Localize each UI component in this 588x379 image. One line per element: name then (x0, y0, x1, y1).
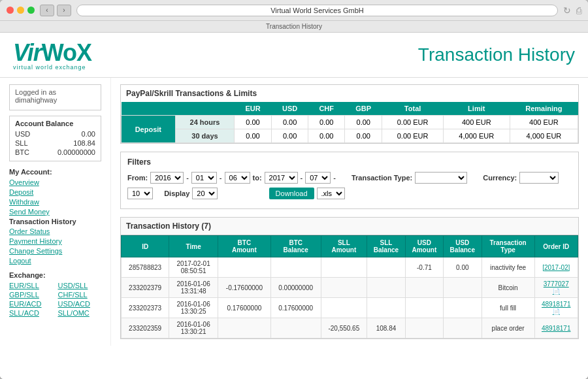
exchange-sll-omc[interactable]: SLL/OMC (58, 309, 102, 317)
th-time: Time (169, 236, 218, 257)
th-chf: CHF (308, 102, 345, 116)
refresh-button[interactable]: ↻ (563, 5, 571, 16)
exchange-usd-sll[interactable]: USD/SLL (58, 282, 102, 289)
currency-select[interactable] (519, 172, 559, 184)
row-btc-amount (218, 318, 270, 338)
exchange-section: Exchange: EUR/SLL USD/SLL GBP/SLL CHF/SL… (9, 271, 101, 317)
history-section: Transaction History (7) ID Time BTCAmoun… (120, 217, 579, 339)
display-select[interactable]: 20 (192, 188, 218, 199)
row-id: 233202379 (122, 278, 169, 298)
page-wrapper: VirWoX virtual world exchange Transactio… (0, 33, 588, 379)
order-link[interactable]: 48918171 (542, 301, 571, 308)
browser-content: VirWoX virtual world exchange Transactio… (0, 33, 588, 379)
sidebar-item-deposit[interactable]: Deposit (9, 188, 101, 196)
order-doc-link[interactable]: 📄 (553, 288, 560, 295)
th-usd: USD (271, 102, 308, 116)
sidebar-item-withdraw[interactable]: Withdraw (9, 198, 101, 206)
th-sll-amount: SLLAmount (321, 236, 367, 257)
order-doc-link[interactable]: 📄 (553, 308, 560, 315)
order-link[interactable]: 48918171 (542, 325, 571, 332)
sidebar-item-order-status[interactable]: Order Status (9, 227, 101, 235)
usd-30d: 0.00 (271, 129, 308, 143)
sidebar-item-overview[interactable]: Overview (9, 178, 101, 186)
row-btc-balance: 0.00000000 (270, 278, 321, 298)
browser-titlebar: ‹ › Virtual World Services GmbH ↻ ⎙ (0, 0, 588, 21)
exchange-gbp-sll[interactable]: GBP/SLL (9, 291, 53, 299)
minimize-button[interactable] (17, 7, 24, 14)
my-account-title: My Account: (9, 168, 101, 176)
row-btc-amount: 0.17600000 (218, 298, 270, 318)
download-button[interactable]: Download (269, 188, 314, 199)
row-btc-amount: -0.17600000 (218, 278, 270, 298)
row-order-id: 3777027📄 (534, 278, 578, 298)
sidebar-item-transaction-history[interactable]: Transaction History (9, 218, 101, 225)
row-usd-amount (405, 318, 443, 338)
row-order-id: 48918171📄 (534, 298, 578, 318)
amount-sll: 108.84 (73, 139, 95, 147)
row-type: Bitcoin (482, 278, 534, 298)
row-sll-balance (367, 298, 406, 318)
traffic-lights (7, 7, 35, 14)
order-link[interactable]: [2017-02] (542, 264, 570, 271)
main-content: PayPal/Skrill Transactions & Limits EUR … (111, 78, 588, 346)
limit-30d: 4,000 EUR (443, 129, 510, 143)
sidebar-item-send-money[interactable]: Send Money (9, 208, 101, 216)
sidebar-item-logout[interactable]: Logout (9, 257, 101, 265)
close-button[interactable] (7, 7, 14, 14)
sidebar-item-change-settings[interactable]: Change Settings (9, 247, 101, 255)
row-btc-amount (218, 257, 270, 278)
address-bar[interactable]: Virtual World Services GmbH (76, 5, 558, 16)
row-time: 2016-01-0613:31:48 (169, 278, 218, 298)
row-btc-balance (270, 318, 321, 338)
row-type: inactivity fee (482, 257, 534, 278)
sidebar-item-payment-history[interactable]: Payment History (9, 237, 101, 245)
transaction-type-select[interactable] (415, 172, 467, 184)
download-format-select[interactable]: .xls (317, 188, 345, 199)
exchange-usd-acd[interactable]: USD/ACD (58, 300, 102, 308)
exchange-eur-acd[interactable]: EUR/ACD (9, 300, 53, 308)
row-usd-amount (405, 298, 443, 318)
page-size-select[interactable]: 10 (127, 188, 153, 199)
to-year-select[interactable]: 20172016 (265, 172, 298, 184)
logo-text: VirWoX (13, 39, 91, 67)
row-id: 233202373 (122, 298, 169, 318)
exchange-sll-acd[interactable]: SLL/ACD (9, 309, 53, 317)
exchange-chf-sll[interactable]: CHF/SLL (58, 291, 102, 299)
back-button[interactable]: ‹ (40, 5, 54, 16)
row-sll-amount: -20,550.65 (321, 318, 367, 338)
from-day-select[interactable]: 06 (225, 172, 250, 184)
order-link[interactable]: 3777027 (544, 280, 569, 288)
row-usd-amount (405, 278, 443, 298)
to-month-select[interactable]: 07 (305, 172, 331, 184)
display-label: Display (164, 190, 189, 197)
currency-label: Currency: (483, 174, 517, 182)
th-eur: EUR (235, 102, 272, 116)
th-id: ID (122, 236, 169, 257)
th-total: Total (382, 102, 443, 116)
period-30d: 30 days (175, 129, 235, 143)
from-separator1: - (186, 174, 189, 182)
amount-btc: 0.00000000 (57, 148, 95, 156)
currency-btc: BTC (15, 148, 29, 156)
th-type: TransactionType (482, 236, 534, 257)
forward-button[interactable]: › (57, 5, 71, 16)
maximize-button[interactable] (27, 7, 35, 14)
row-id: 285788823 (122, 257, 169, 278)
filters-date-row: From: 20162017 - 0102 - 06 (127, 172, 572, 184)
balance-row-btc: BTC 0.00000000 (15, 148, 95, 156)
row-usd-balance (443, 278, 482, 298)
row-type: place order (482, 318, 534, 338)
row-sll-amount (321, 298, 367, 318)
row-time: 2016-01-0613:30:21 (169, 318, 218, 338)
logged-in-label: Logged in as dimahighway (15, 88, 95, 104)
history-table: ID Time BTCAmount BTCBalance SLLAmount S… (121, 235, 578, 338)
from-separator2: - (220, 174, 222, 182)
from-month-select[interactable]: 0102 (191, 172, 217, 184)
total-30d: 0.00 EUR (382, 129, 443, 143)
exchange-eur-sll[interactable]: EUR/SLL (9, 282, 53, 289)
total-24h: 0.00 EUR (382, 116, 443, 129)
from-year-select[interactable]: 20162017 (150, 172, 184, 184)
share-button[interactable]: ⎙ (576, 5, 581, 16)
th-btc-amount: BTCAmount (218, 236, 270, 257)
table-row: 233202379 2016-01-0613:31:48 -0.17600000… (122, 278, 578, 298)
